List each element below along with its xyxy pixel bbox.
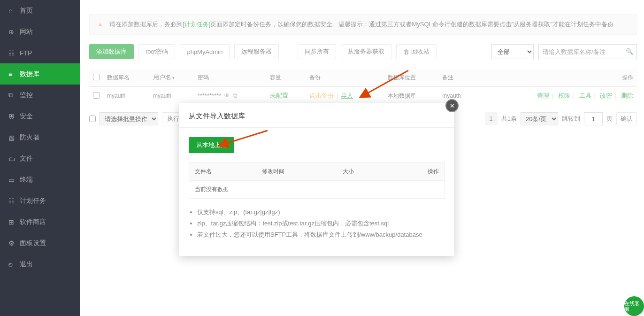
- sidebar-item-label: 计划任务: [20, 197, 46, 205]
- database-icon: ≡: [8, 70, 20, 78]
- tip-item: zip、tar.gz压缩包结构：test.zip或test.tar.gz压缩包内…: [197, 219, 445, 228]
- col-file: 文件名: [189, 163, 257, 181]
- close-icon: ✕: [450, 102, 455, 109]
- tip-item: 若文件过大，您还可以使用SFTP工具，将数据库文件上传到/www/backup/…: [197, 231, 445, 239]
- tips-list: 仅支持sql、zip、(tar.gz|gz|tgz) zip、tar.gz压缩包…: [189, 208, 445, 239]
- sidebar-item-database[interactable]: ≡数据库: [0, 63, 80, 85]
- sidebar-item-label: 面板设置: [20, 239, 46, 247]
- apps-icon: ⊞: [8, 218, 20, 226]
- sidebar-item-store[interactable]: ⊞软件商店: [0, 211, 80, 232]
- close-button[interactable]: ✕: [445, 99, 459, 112]
- upload-table: 文件名 修改时间 大小 操作 当前没有数据: [189, 162, 445, 199]
- tip-item: 仅支持sql、zip、(tar.gz|gz|tgz): [197, 208, 445, 216]
- import-modal: ✕ 从文件导入数据库 从本地上传 文件名 修改时间 大小 操作 当前没有数据 仅…: [179, 103, 454, 256]
- sidebar-item-logout[interactable]: ⎋退出: [0, 254, 80, 275]
- sidebar-item-label: 终端: [20, 176, 33, 184]
- sidebar-item-settings[interactable]: ⚙面板设置: [0, 232, 80, 254]
- sidebar-item-firewall[interactable]: ▧防火墙: [0, 127, 80, 148]
- sidebar-item-site[interactable]: ⊕网站: [0, 21, 80, 42]
- sidebar-item-terminal[interactable]: ▭终端: [0, 169, 80, 190]
- terminal-icon: ▭: [8, 176, 20, 184]
- calendar-icon: ☷: [8, 197, 20, 205]
- folder-icon: 🗀: [8, 155, 20, 162]
- sidebar-item-label: 软件商店: [20, 218, 46, 226]
- upload-button[interactable]: 从本地上传: [189, 137, 234, 153]
- sidebar-item-label: 退出: [20, 260, 33, 269]
- empty-row: 当前没有数据: [189, 181, 445, 199]
- firewall-icon: ▧: [8, 134, 20, 141]
- col-size: 大小: [337, 163, 391, 181]
- sidebar-item-label: 安全: [20, 112, 33, 121]
- home-icon: ⌂: [8, 7, 20, 15]
- modal-title: 从文件导入数据库: [179, 103, 454, 128]
- sidebar-item-label: 防火墙: [20, 133, 39, 142]
- sidebar-item-ftp[interactable]: ☷FTP: [0, 42, 80, 63]
- exit-icon: ⎋: [8, 261, 20, 268]
- sidebar-item-label: 首页: [20, 7, 33, 15]
- sidebar-item-security[interactable]: ⛨安全: [0, 106, 80, 127]
- support-button[interactable]: 在线客服: [624, 296, 644, 316]
- sidebar-item-cron[interactable]: ☷计划任务: [0, 190, 80, 211]
- sidebar-item-monitor[interactable]: ⧉监控: [0, 85, 80, 106]
- sidebar-item-home[interactable]: ⌂首页: [0, 0, 80, 21]
- sidebar-item-files[interactable]: 🗀文件: [0, 148, 80, 169]
- sidebar-item-label: 网站: [20, 28, 33, 36]
- gear-icon: ⚙: [8, 239, 20, 247]
- sidebar-item-label: 文件: [20, 154, 33, 163]
- sidebar: ⌂首页 ⊕网站 ☷FTP ≡数据库 ⧉监控 ⛨安全 ▧防火墙 🗀文件 ▭终端 ☷…: [0, 0, 80, 316]
- col-ops: 操作: [391, 163, 445, 181]
- globe-icon: ⊕: [8, 28, 20, 36]
- sidebar-item-label: 监控: [20, 91, 33, 100]
- sidebar-item-label: 数据库: [20, 70, 39, 78]
- sidebar-item-label: FTP: [20, 49, 32, 57]
- shield-icon: ⛨: [8, 113, 20, 120]
- chart-icon: ⧉: [8, 91, 20, 99]
- col-time: 修改时间: [256, 163, 337, 181]
- ftp-icon: ☷: [8, 49, 20, 57]
